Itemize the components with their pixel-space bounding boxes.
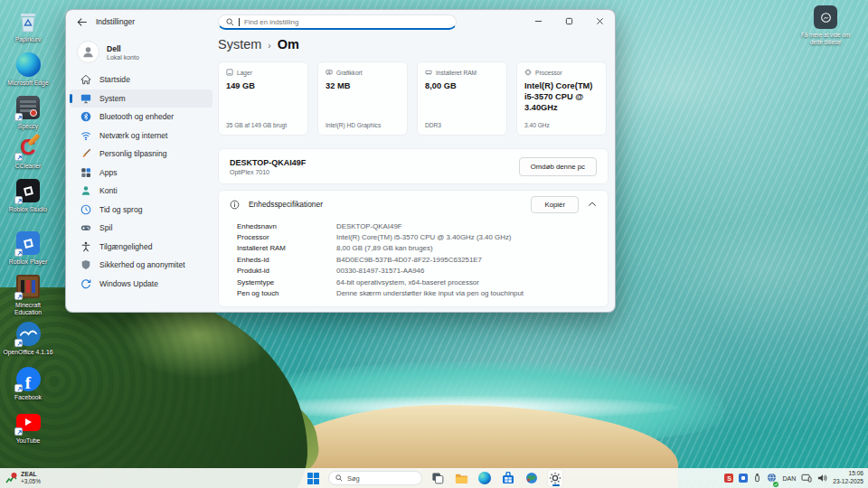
desktop-icon-youtube[interactable]: YouTube <box>2 408 54 445</box>
sidebar-item-startside[interactable]: Startside <box>70 70 212 89</box>
breadcrumb-system[interactable]: System <box>218 37 261 52</box>
tray-security-icon[interactable] <box>739 474 748 483</box>
active-app-indicator <box>552 484 560 486</box>
apps-grid-icon <box>80 166 91 178</box>
spec-row: ProcessorIntel(R) Core(TM) i5-3570 CPU @… <box>237 231 608 242</box>
widgets-button[interactable]: ZEAL +3,05% <box>5 468 41 488</box>
desktop-icon-openoffice[interactable]: OpenOffice 4.1.16 <box>2 320 54 356</box>
sidebar-item-apps[interactable]: Apps <box>70 164 212 182</box>
desktop-icon-roblox-studio[interactable]: Roblox Studio <box>2 177 54 213</box>
stock-chart-icon <box>5 473 17 484</box>
language-indicator[interactable]: DAN <box>782 475 796 482</box>
widget-change: +3,05% <box>21 478 41 484</box>
sidebar-item-label: System <box>99 94 126 103</box>
sidebar-item-netvaerk-og-internet[interactable]: Netværk og internet <box>70 127 212 145</box>
desktop-icon-recycle-bin[interactable]: Papirkurv <box>2 7 54 43</box>
update-icon <box>80 277 91 289</box>
device-specifications-header[interactable]: Enhedsspecifikationer Kopiér <box>219 191 608 218</box>
user-name: Dell <box>107 44 139 53</box>
breadcrumb: System › Om <box>218 37 609 52</box>
camera-icon[interactable] <box>814 5 837 29</box>
globe-app-button[interactable] <box>524 469 540 487</box>
touch-keyboard-icon[interactable] <box>801 470 812 486</box>
card-cpu: Processor Intel(R) Core(TM) i5-3570 CPU … <box>516 61 607 136</box>
card-ram: Installeret RAM 8,00 GB DDR3 <box>417 61 507 136</box>
clock[interactable]: 15:06 23-12-2025 <box>833 470 863 485</box>
device-name: DESKTOP-QKAI49F <box>230 158 306 167</box>
sidebar-item-sikkerhed-og-anonymitet[interactable]: Sikkerhed og anonymitet <box>70 256 212 274</box>
recycle-bin-icon <box>17 9 39 33</box>
card-storage: Lager 149 GB 35 GB af 149 GB brugt <box>218 61 308 136</box>
minimize-button[interactable] <box>523 10 553 33</box>
card-gpu: Grafikkort 32 MB Intel(R) HD Graphics <box>317 61 408 136</box>
time: 15:06 <box>833 470 863 478</box>
sidebar-item-spil[interactable]: Spil <box>70 219 212 237</box>
desktop-icon-facebook[interactable]: f Facebook <box>2 365 54 401</box>
rename-pc-button[interactable]: Omdøb denne pc <box>519 157 597 176</box>
task-view-button[interactable] <box>429 469 446 487</box>
edge-icon <box>16 52 41 77</box>
device-specifications-card: Enhedsspecifikationer Kopiér EnhedsnavnD… <box>218 190 609 307</box>
shortcut-arrow-icon <box>14 339 23 347</box>
user-subtitle: Lokal konto <box>107 54 139 61</box>
person-icon <box>80 185 91 197</box>
sidebar-item-label: Tilgængelighed <box>99 242 152 251</box>
chevron-up-icon[interactable] <box>588 201 597 208</box>
sidebar-item-personlig-tilpasning[interactable]: Personlig tilpasning <box>70 145 212 163</box>
tray-app-red-icon[interactable]: S <box>724 474 733 483</box>
sidebar-item-system[interactable]: System <box>70 89 212 108</box>
desktop-icon-roblox-player[interactable]: Roblox Player <box>2 230 54 266</box>
taskbar-search-label: Søg <box>347 474 360 483</box>
text-caret <box>239 18 240 26</box>
usb-tray-icon[interactable] <box>753 470 761 486</box>
sidebar-item-label: Startside <box>99 75 130 84</box>
accessibility-icon <box>80 240 91 252</box>
spec-row: EnhedsnavnDESKTOP-QKAI49F <box>237 221 608 231</box>
settings-button[interactable] <box>547 469 563 487</box>
desktop-icon-microsoft-edge[interactable]: Microsoft Edge <box>2 51 54 87</box>
task-view-icon <box>431 472 444 484</box>
home-icon <box>80 74 91 86</box>
shortcut-arrow-icon <box>14 113 23 121</box>
sidebar-item-tid-og-sprog[interactable]: Tid og sprog <box>70 201 212 219</box>
shield-icon <box>80 259 91 271</box>
spec-row: Produkt-id00330-81497-31571-AA946 <box>237 266 608 277</box>
sidebar-item-konti[interactable]: Konti <box>70 182 212 200</box>
store-icon <box>502 472 514 484</box>
edge-button[interactable] <box>476 469 493 487</box>
monitor-icon <box>80 92 91 104</box>
sidebar-item-tilgaengelighed[interactable]: Tilgængelighed <box>70 238 212 256</box>
back-button[interactable] <box>75 15 90 28</box>
device-model: OptiPlex 7010 <box>230 169 306 175</box>
globe-icon <box>525 472 538 484</box>
maximize-button[interactable] <box>553 10 584 33</box>
network-status-tray-icon[interactable] <box>767 470 777 486</box>
microsoft-store-button[interactable] <box>500 469 516 487</box>
sidebar-item-windows-update[interactable]: Windows Update <box>70 275 212 293</box>
file-explorer-button[interactable] <box>453 469 469 487</box>
sidebar: Dell Lokal konto Startside System Blueto… <box>70 35 212 312</box>
info-icon <box>230 200 240 210</box>
desktop-icon-ccleaner[interactable]: C CCleaner <box>2 134 54 170</box>
taskbar-search[interactable]: Søg <box>328 471 422 485</box>
settings-search-input[interactable]: Find en indstilling <box>218 14 457 30</box>
gpu-icon <box>326 69 333 76</box>
clock-icon <box>80 203 91 215</box>
sidebar-item-label: Sikkerhed og anonymitet <box>99 260 185 269</box>
start-button[interactable] <box>305 469 321 487</box>
edge-icon <box>478 472 491 484</box>
copy-button[interactable]: Kopiér <box>531 196 579 213</box>
sidebar-item-label: Bluetooth og enheder <box>99 112 174 121</box>
breadcrumb-separator: › <box>268 41 270 51</box>
close-button[interactable] <box>584 10 615 33</box>
sidebar-item-bluetooth-og-enheder[interactable]: Bluetooth og enheder <box>70 108 212 126</box>
sidebar-item-label: Apps <box>99 168 118 177</box>
gear-icon <box>549 472 561 484</box>
desktop-icon-speccy[interactable]: Speccy <box>2 94 54 130</box>
desktop: Få mere at vide om dette billede Papirku… <box>0 0 868 488</box>
spotlight-hint[interactable]: Få mere at vide om dette billede <box>794 5 857 46</box>
user-account[interactable]: Dell Lokal konto <box>70 35 212 70</box>
sidebar-item-label: Konti <box>99 186 118 195</box>
desktop-icon-minecraft-education[interactable]: Minecraft Education <box>2 273 54 316</box>
volume-icon[interactable] <box>817 470 827 486</box>
